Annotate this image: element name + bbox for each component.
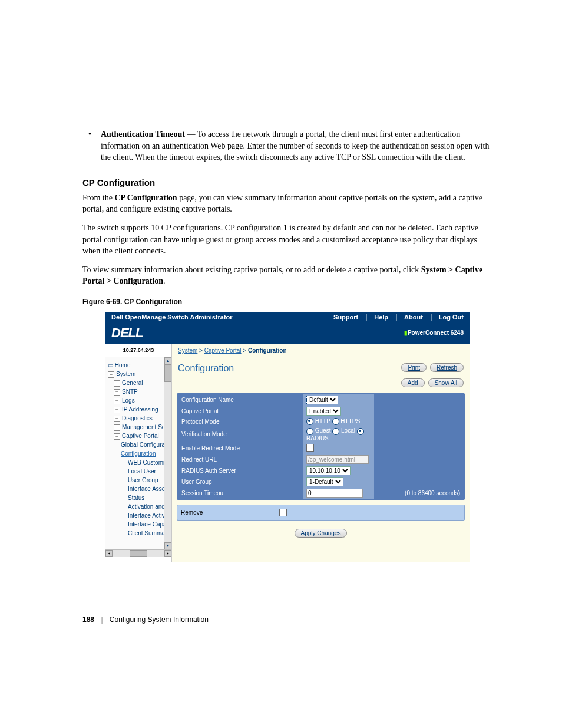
radio-https[interactable] (332, 418, 339, 425)
link-about[interactable]: About (396, 314, 423, 321)
nav-system[interactable]: −System (108, 370, 169, 378)
scroll-thumb-h[interactable] (130, 550, 147, 557)
model-label: ▮PowerConnect 6248 (404, 330, 464, 336)
nav-diagnostics[interactable]: +Diagnostics (108, 414, 169, 423)
chapter-title: Configuring System Information (110, 615, 209, 624)
nav-scrollbar-vertical[interactable]: ▴ ▾ (164, 357, 171, 549)
page-title: Configuration (178, 363, 234, 374)
remove-label: Remove (181, 509, 203, 516)
nav-sntp[interactable]: +SNTP (108, 387, 169, 396)
label-config-name: Configuration Name (178, 394, 303, 406)
nav-mgmt-security[interactable]: +Management Secur (108, 423, 169, 431)
label-captive-portal: Captive Portal (178, 406, 303, 417)
label-redirect-url: Redirect URL (178, 454, 303, 465)
select-user-group[interactable]: 1-Default (306, 477, 343, 486)
page-footer: 188 | Configuring System Information (82, 615, 492, 624)
select-radius-server[interactable]: 10.10.10.10 (306, 466, 351, 475)
config-panel: Configuration Name Default Captive Porta… (177, 393, 465, 500)
app-title: Dell OpenManage Switch Administrator (111, 314, 233, 321)
label-session-timeout: Session Timeout (178, 487, 303, 499)
print-button[interactable]: Print (401, 363, 427, 372)
radio-protocol-mode: HTTP HTTPS (303, 417, 374, 426)
paragraph-1: From the CP Configuration page, you can … (82, 192, 492, 215)
crumb-captive-portal[interactable]: Captive Portal (204, 347, 242, 354)
nav-tree[interactable]: ▭ Home −System +General +SNTP +Logs +IP … (105, 357, 171, 549)
apply-changes-button[interactable]: Apply Changes (295, 529, 348, 538)
bullet-term: Authentication Timeout (101, 130, 185, 139)
showall-button[interactable]: Show All (428, 378, 464, 387)
bullet-auth-timeout: • Authentication Timeout — To access the… (82, 129, 492, 163)
select-config-name[interactable]: Default (306, 396, 338, 404)
topbar-links: Support Help About Log Out (333, 314, 464, 321)
embedded-screenshot: Dell OpenManage Switch Administrator Sup… (105, 312, 470, 562)
nav-cp-status[interactable]: Status (108, 493, 169, 502)
select-captive-portal[interactable]: Enabled (306, 407, 341, 416)
nav-scrollbar-horizontal[interactable]: ◂ ▸ (105, 549, 171, 557)
crumb-configuration: Configuration (248, 347, 287, 354)
nav-home[interactable]: ▭ Home (108, 361, 169, 370)
nav-cp-clientsum[interactable]: Client Summary (108, 529, 169, 538)
app-titlebar: Dell OpenManage Switch Administrator Sup… (105, 312, 470, 322)
radio-http[interactable] (306, 418, 313, 425)
brand-bar: DELL ▮PowerConnect 6248 (105, 322, 470, 344)
breadcrumb: System > Captive Portal > Configuration (177, 344, 465, 360)
paragraph-2: The switch supports 10 CP configurations… (82, 222, 492, 257)
dell-logo: DELL (111, 325, 143, 341)
nav-sidebar: 10.27.64.243 ▭ Home −System +General +SN… (105, 344, 172, 562)
bullet-marker: • (88, 129, 91, 163)
nav-cp-global[interactable]: Global Configurat (108, 440, 169, 449)
label-protocol-mode: Protocol Mode (178, 417, 303, 426)
radio-verification-mode: Guest Local RADIUS (303, 426, 374, 442)
remove-panel: Remove (177, 505, 465, 521)
link-help[interactable]: Help (366, 314, 388, 321)
scroll-thumb[interactable] (164, 364, 171, 382)
scroll-right-icon[interactable]: ▸ (164, 550, 171, 557)
label-enable-redirect: Enable Redirect Mode (178, 443, 303, 454)
nav-captive-portal[interactable]: −Captive Portal (108, 431, 169, 440)
radio-local[interactable] (332, 428, 339, 435)
hint-session-timeout: (0 to 86400 seconds) (374, 487, 464, 499)
scroll-down-icon[interactable]: ▾ (164, 542, 171, 549)
nav-logs[interactable]: +Logs (108, 396, 169, 405)
refresh-button[interactable]: Refresh (430, 363, 464, 372)
input-redirect-url[interactable] (306, 455, 369, 464)
check-enable-redirect[interactable] (306, 444, 314, 452)
radio-radius[interactable] (357, 428, 364, 435)
scroll-left-icon[interactable]: ◂ (105, 550, 113, 557)
nav-cp-ifassoc[interactable]: Interface Associa (108, 485, 169, 493)
nav-cp-configuration[interactable]: Configuration (108, 449, 169, 458)
page-number: 188 (82, 615, 94, 624)
scroll-up-icon[interactable]: ▴ (164, 357, 171, 364)
nav-cp-usergroup[interactable]: User Group (108, 476, 169, 485)
add-button[interactable]: Add (401, 378, 425, 387)
nav-ip-addressing[interactable]: +IP Addressing (108, 405, 169, 414)
nav-cp-webcustom[interactable]: WEB Customiza (108, 458, 169, 467)
nav-cp-localuser[interactable]: Local User (108, 467, 169, 476)
label-verification-mode: Verification Mode (178, 426, 303, 442)
section-heading: CP Configuration (82, 177, 492, 187)
nav-cp-ifactiv[interactable]: Interface Activatio (108, 511, 169, 520)
device-ip: 10.27.64.243 (105, 344, 171, 357)
crumb-system[interactable]: System (178, 347, 197, 354)
check-remove[interactable] (279, 509, 287, 516)
main-panel: System > Captive Portal > Configuration … (172, 344, 470, 562)
link-support[interactable]: Support (333, 314, 358, 321)
nav-cp-activation[interactable]: Activation and Ac (108, 502, 169, 511)
figure-caption: Figure 6-69. CP Configuration (82, 298, 492, 306)
nav-general[interactable]: +General (108, 378, 169, 387)
link-logout[interactable]: Log Out (431, 314, 464, 321)
radio-guest[interactable] (306, 428, 313, 435)
input-session-timeout[interactable] (306, 489, 363, 498)
label-radius-server: RADIUS Auth Server (178, 465, 303, 476)
paragraph-3: To view summary information about existi… (82, 264, 492, 287)
nav-cp-ifcapab[interactable]: Interface Capabil (108, 520, 169, 529)
label-user-group: User Group (178, 476, 303, 487)
